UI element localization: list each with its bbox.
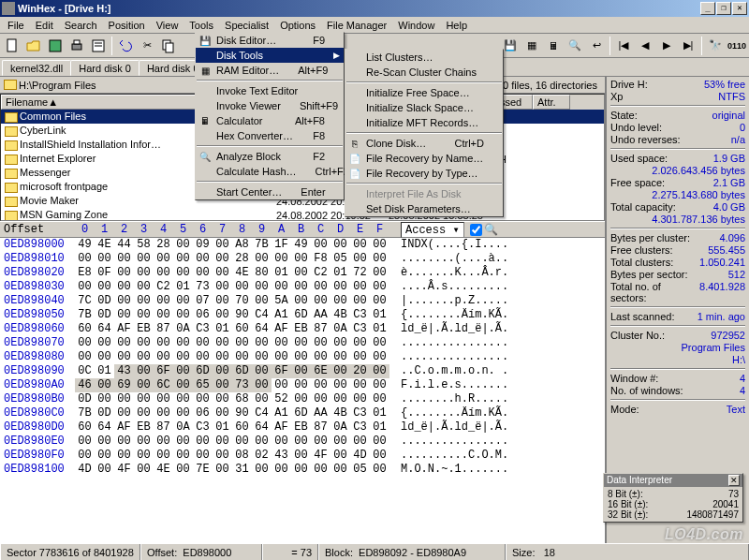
menu-item[interactable]: Invoke ViewerShift+F9 <box>196 98 344 113</box>
hex-row[interactable]: 0ED8980B00D00000000000000680052000000000… <box>0 392 605 406</box>
hex-row[interactable]: 0ED89803000000000C2017300000000000000000… <box>0 280 605 294</box>
hex-row[interactable]: 0ED8980800000000000000000000000000000000… <box>0 350 605 364</box>
save-icon[interactable] <box>45 36 66 56</box>
now-l: No. of windows: <box>610 385 683 396</box>
find-hex-icon[interactable]: 0110 <box>727 36 747 56</box>
tab-kernel32[interactable]: kernel32.dll <box>2 60 71 76</box>
cn-l: Cluster No.: <box>610 330 665 341</box>
menu-filemanager[interactable]: File Manager <box>321 18 392 33</box>
menu-help[interactable]: Help <box>440 18 473 33</box>
maximize-button[interactable]: ❐ <box>716 2 731 15</box>
folder-icon <box>5 126 18 137</box>
nav-first-icon[interactable]: |◀ <box>613 36 634 56</box>
menu-tools[interactable]: Tools <box>184 18 219 33</box>
calc-icon[interactable]: 🖩 <box>543 36 564 56</box>
menu-file[interactable]: File <box>2 18 30 33</box>
menu-item[interactable]: ⎘Clone Disk…Ctrl+D <box>345 136 503 151</box>
nav-last-icon[interactable]: ▶| <box>678 36 698 56</box>
menu-item[interactable]: Invoke Text Editor <box>196 83 344 98</box>
new-icon[interactable] <box>2 36 22 56</box>
cut-icon[interactable]: ✂ <box>137 36 157 56</box>
data-interpreter[interactable]: Data Interpreter✕ 8 Bit (±):73 16 Bit (±… <box>603 473 743 523</box>
menu-item[interactable]: Initialize MFT Records… <box>345 115 503 130</box>
hex-row[interactable]: 0ED8981004D004F004E007E00310000000000050… <box>0 463 605 477</box>
hex-row[interactable]: 0ED898010000000000000000028000000F805000… <box>0 252 605 266</box>
properties-icon[interactable] <box>88 36 109 56</box>
menu-item[interactable]: Disk Tools▶ <box>196 48 344 63</box>
recent-icon[interactable]: ↩ <box>586 36 607 56</box>
menu-item[interactable]: 📄File Recovery by Type… <box>345 166 503 181</box>
col-filename[interactable]: Filename▲ <box>1 95 198 110</box>
menu-item[interactable]: Calculate Hash…Ctrl+F2 <box>196 164 344 179</box>
used-v: 1.9 GB <box>713 153 745 164</box>
hv-link[interactable]: H:\ <box>732 354 745 365</box>
mode-v: Text <box>727 404 745 415</box>
analyze-icon[interactable]: 🔍 <box>565 36 585 56</box>
find-icon[interactable]: 🔭 <box>705 36 726 56</box>
copy-icon[interactable] <box>158 36 179 56</box>
menu-item[interactable]: Re-Scan Cluster Chains <box>345 65 503 80</box>
menu-edit[interactable]: Edit <box>30 18 59 33</box>
menubar: File Edit Search Position View Tools Spe… <box>0 17 749 34</box>
menu-item[interactable]: Set Disk Parameters… <box>345 201 503 216</box>
hex-row[interactable]: 0ED8980900C0143006F006D006D006F006E00200… <box>0 364 605 378</box>
menu-view[interactable]: View <box>151 18 184 33</box>
menu-item[interactable]: 📄File Recovery by Name… <box>345 151 503 166</box>
hex-col-8: 8 <box>232 223 252 236</box>
interp-close-icon[interactable]: ✕ <box>728 475 740 486</box>
table-row[interactable]: MSN Gaming Zone24.08.2002 20:19:5225.08.… <box>1 208 604 221</box>
menu-window[interactable]: Window <box>392 18 440 33</box>
menu-item[interactable]: 🔍Analyze BlockF2 <box>196 149 344 164</box>
menu-item: Interpret File As Disk <box>345 186 503 201</box>
menu-item[interactable]: Hex Converter…F8 <box>196 128 344 143</box>
magnify-icon[interactable]: 🔍 <box>484 223 498 237</box>
hex-col-0: 0 <box>75 223 95 236</box>
access-dropdown[interactable]: Access ▾ <box>401 222 464 238</box>
pf-link[interactable]: Program Files <box>682 342 745 353</box>
nav-prev-icon[interactable]: ◀ <box>635 36 655 56</box>
hex-view[interactable]: 0ED898000494E445828000900A87B1F490000000… <box>0 238 605 543</box>
menu-item[interactable]: ▦RAM Editor…Alt+F9 <box>196 63 344 78</box>
menu-icon: ⎘ <box>348 137 361 150</box>
hex-row[interactable]: 0ED8980407C0D00000000070070005A000000000… <box>0 294 605 308</box>
print-icon[interactable] <box>66 36 87 56</box>
menu-options[interactable]: Options <box>274 18 321 33</box>
win-l: Window #: <box>610 373 658 384</box>
col-attr[interactable]: Attr. <box>533 95 570 110</box>
menu-search[interactable]: Search <box>59 18 103 33</box>
hex-row[interactable]: 0ED8980E00000000000000000000000000000000… <box>0 435 605 449</box>
hex-row[interactable]: 0ED898020E80F0000000000004E800100C201720… <box>0 266 605 280</box>
tab-harddisk0[interactable]: Hard disk 0 <box>70 60 140 76</box>
hex-col-B: B <box>291 223 311 236</box>
menu-item[interactable]: Initialize Free Space… <box>345 85 503 100</box>
hex-row[interactable]: 0ED8980C07B0D00000000060090C4A16DAA4BC30… <box>0 406 605 420</box>
undo-icon[interactable] <box>115 36 136 56</box>
hex-col-E: E <box>350 223 370 236</box>
menu-item[interactable]: 🖩CalculatorAlt+F8 <box>196 113 344 128</box>
hex-row[interactable]: 0ED898000494E445828000900A87B1F490000000… <box>0 238 605 252</box>
ram-icon[interactable]: ▦ <box>521 36 542 56</box>
status-size: Size: 18 <box>506 544 749 560</box>
menu-position[interactable]: Position <box>103 18 151 33</box>
minimize-button[interactable]: _ <box>700 2 715 15</box>
hex-col-7: 7 <box>213 223 232 236</box>
hex-row[interactable]: 0ED8980F00000000000000000080243004F004D0… <box>0 449 605 463</box>
hex-row[interactable]: 0ED8980507B0D00000000060090C4A16DAA4BC30… <box>0 308 605 322</box>
status-sector: Sector 7783616 of 8401928 <box>0 544 140 560</box>
nav-next-icon[interactable]: ▶ <box>656 36 677 56</box>
access-checkbox[interactable] <box>470 224 482 236</box>
hex-row[interactable]: 0ED8980606064AFEB870AC3016064AFEB870AC30… <box>0 322 605 336</box>
close-button[interactable]: ✕ <box>732 2 747 15</box>
free-pct: 53% free <box>704 79 745 90</box>
menu-specialist[interactable]: Specialist <box>219 18 274 33</box>
menu-item[interactable]: 💾Disk Editor…F9 <box>196 33 344 48</box>
statusbar: Sector 7783616 of 8401928 Offset: ED8980… <box>0 543 749 560</box>
hex-row[interactable]: 0ED8980700000000000000000000000000000000… <box>0 336 605 350</box>
hex-row[interactable]: 0ED8980A0460069006C006500730000000000000… <box>0 378 605 392</box>
menu-item[interactable]: List Clusters… <box>345 50 503 65</box>
menu-item[interactable]: Start Center…Enter <box>196 184 344 199</box>
menu-item[interactable]: Initialize Slack Space… <box>345 100 503 115</box>
folder-icon <box>5 140 18 151</box>
hex-row[interactable]: 0ED8980D06064AFEB870AC3016064AFEB870AC30… <box>0 420 605 435</box>
open-icon[interactable] <box>23 36 44 56</box>
